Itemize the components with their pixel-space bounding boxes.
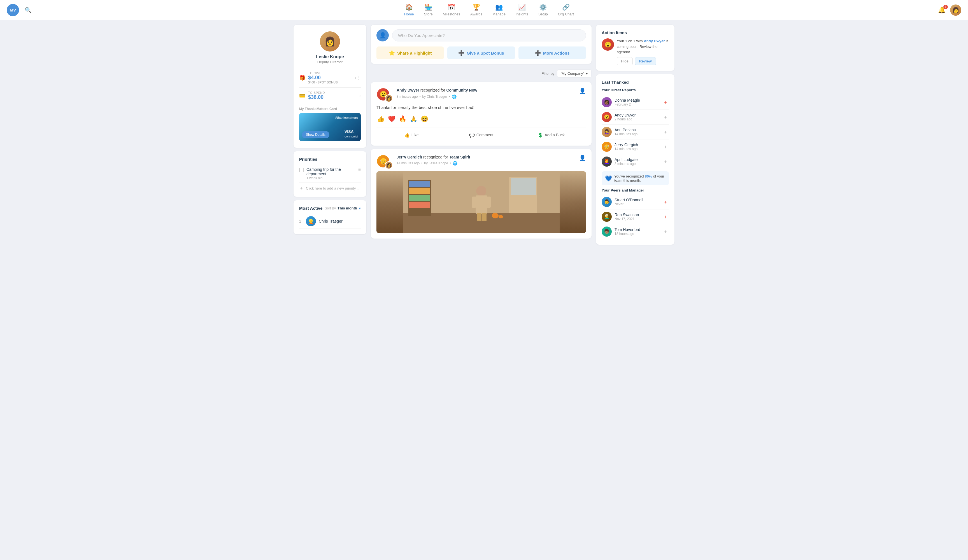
priorities-card: Priorities Camping trip for the departme… — [293, 151, 366, 197]
filter-dropdown[interactable]: 'My Company' ▾ — [557, 70, 592, 78]
search-icon[interactable]: 🔍 — [25, 7, 31, 13]
action-item-row: 😮 Your 1 on 1 with Andy Dwyer is coming … — [602, 38, 669, 65]
appreciate-bar: 👤 Who Do You Appreciate? ⭐ Share a Highl… — [371, 25, 592, 64]
svg-rect-11 — [472, 197, 476, 208]
thank-ann-button[interactable]: ＋ — [662, 129, 669, 135]
reaction-pray[interactable]: 🙏 — [409, 115, 418, 123]
jerry-name: Jerry Gergich — [615, 142, 659, 147]
nav-item-milestones[interactable]: 📅Milestones — [443, 3, 460, 16]
to-give-label: TO GIVE — [308, 71, 355, 75]
nav-item-store[interactable]: 🏪Store — [424, 3, 433, 16]
active-name: Chris Traeger — [319, 219, 343, 224]
most-active-person: 1 👱 Chris Traeger — [299, 214, 361, 229]
sort-value: This month — [338, 206, 357, 210]
priority-checkbox[interactable] — [299, 168, 303, 172]
direct-reports-list: 👩🏾 Donna Meagle February 2 ＋ 😮 Andy Dwye… — [602, 95, 669, 169]
app-logo[interactable]: MV — [7, 4, 19, 16]
thank-jerry-button[interactable]: ＋ — [662, 143, 669, 150]
thank-tom-button[interactable]: ＋ — [662, 228, 669, 235]
thank-ron-button[interactable]: ＋ — [662, 213, 669, 220]
sort-by-control[interactable]: Sort By This month ▾ — [325, 206, 361, 210]
svg-rect-13 — [477, 213, 481, 221]
reaction-fire[interactable]: 🔥 — [398, 115, 407, 123]
setup-nav-label: Setup — [538, 12, 548, 16]
main-layout: 👩 Leslie Knope Deputy Director 🎁 TO GIVE… — [288, 20, 680, 249]
thank-stuart-button[interactable]: ＋ — [662, 199, 669, 205]
action-items-title: Action Items — [602, 30, 669, 35]
stuart-name: Stuart O'Donnell — [615, 198, 659, 202]
ron-avatar: 👨‍🦳 — [602, 212, 612, 222]
drag-handle-icon: ≡ — [358, 167, 361, 172]
ron-name: Ron Swanson — [615, 212, 659, 217]
nav-item-insights[interactable]: 📈Insights — [515, 3, 528, 16]
feed-avatars-1: 😮 👩 — [376, 88, 390, 101]
recognition-icon: 💙 — [605, 175, 612, 182]
show-details-button[interactable]: Show Details — [302, 131, 330, 138]
give-spot-bonus-button[interactable]: ➕ Give a Spot Bonus — [447, 46, 515, 60]
hide-button[interactable]: Hide — [617, 57, 633, 65]
comment-button-1[interactable]: 💬 Comment — [446, 130, 516, 140]
like-button-1[interactable]: 👍 Like — [376, 130, 446, 140]
review-button[interactable]: Review — [635, 57, 656, 65]
appreciate-input[interactable]: Who Do You Appreciate? — [392, 30, 586, 41]
nav-item-manage[interactable]: 👥Manage — [492, 3, 506, 16]
reaction-row-1: 👍 ❤️ 🔥 🙏 😆 — [376, 115, 586, 123]
thank-donna-button[interactable]: ＋ — [662, 99, 669, 106]
to-give-amount: $4.00 — [308, 75, 355, 81]
globe-icon-2: 🌐 — [453, 161, 457, 166]
nav-item-awards[interactable]: 🏆Awards — [470, 3, 482, 16]
nav-right: 🔔 1 👩 — [938, 5, 961, 16]
andy-time: 2 hours ago — [615, 117, 659, 121]
andy-avatar: 😮 — [602, 112, 612, 122]
share-highlight-button[interactable]: ⭐ Share a Highlight — [376, 46, 444, 60]
feed-title-1: Andy Dwyer recognized for Community Now — [396, 88, 579, 93]
post1-action: recognized for — [420, 88, 446, 93]
action-item-text: Your 1 on 1 with Andy Dwyer is coming so… — [617, 38, 669, 55]
appreciate-avatar-icon: 👤 — [376, 29, 389, 41]
buck-button-1[interactable]: 💲 Add a Buck — [516, 130, 586, 140]
nav-item-home[interactable]: 🏠Home — [404, 3, 414, 16]
to-spend-row[interactable]: 💳 TO SPEND $38.00 › — [299, 88, 361, 104]
thanked-person-ron: 👨‍🦳 Ron Swanson Nov 17, 2021 ＋ — [602, 209, 669, 224]
svg-point-16 — [499, 215, 503, 219]
follow-icon-1[interactable]: 👤 — [579, 88, 586, 94]
tom-info: Tom Haverford 18 hours ago — [615, 227, 659, 236]
post1-badge: Community Now — [446, 88, 477, 93]
jerry-info: Jerry Gergich 14 minutes ago — [615, 142, 659, 151]
stuart-avatar: 👨 — [602, 197, 612, 207]
more-actions-button[interactable]: ➕ More Actions — [519, 46, 586, 60]
org-chart-nav-label: Org Chart — [558, 12, 574, 16]
thank-andy-button[interactable]: ＋ — [662, 114, 669, 120]
reaction-laugh[interactable]: 😆 — [420, 115, 429, 123]
reaction-thumbs-up[interactable]: 👍 — [376, 115, 385, 123]
post2-badge: Team Spirit — [449, 155, 470, 159]
donna-name: Donna Meagle — [615, 98, 659, 103]
thanks-hashtag: #thanksmatters — [335, 116, 358, 119]
add-priority[interactable]: ＋ Click here to add a new priority... — [299, 182, 361, 191]
profile-title: Deputy Director — [317, 60, 343, 64]
nav-item-org-chart[interactable]: 🔗Org Chart — [558, 3, 574, 16]
to-give-row[interactable]: 🎁 TO GIVE $4.00 $400 · SPOT BONUS › ⋮ — [299, 68, 361, 88]
to-give-menu[interactable]: ⋮ — [356, 75, 361, 80]
reaction-heart[interactable]: ❤️ — [387, 115, 396, 123]
action-items-card: Action Items 😮 Your 1 on 1 with Andy Dwy… — [596, 25, 675, 71]
feed-header-1: 😮 👩 Andy Dwyer recognized for Community … — [376, 88, 586, 101]
recognized-notice: 💙 You've recognized 80% of your team thi… — [602, 171, 669, 186]
to-spend-label: TO SPEND — [308, 91, 360, 94]
priorities-title: Priorities — [299, 157, 361, 162]
thanked-person-jerry: 👴 Jerry Gergich 14 minutes ago ＋ — [602, 139, 669, 154]
action-item-link[interactable]: Andy Dwyer — [644, 39, 665, 43]
follow-icon-2[interactable]: 👤 — [579, 154, 586, 161]
notifications-bell[interactable]: 🔔 1 — [938, 7, 946, 14]
jerry-avatar: 👴 — [602, 142, 612, 152]
tom-time: 18 hours ago — [615, 232, 659, 236]
add-icon: ＋ — [299, 186, 303, 191]
user-avatar-nav[interactable]: 👩 — [950, 5, 961, 16]
post1-by: by Chris Traeger — [423, 94, 447, 99]
priority-item: Camping trip for the department 1 week o… — [299, 165, 361, 182]
globe-icon-1: 🌐 — [452, 94, 457, 99]
thank-april-button[interactable]: ＋ — [662, 158, 669, 165]
donna-info: Donna Meagle February 2 — [615, 98, 659, 106]
post1-sub-avatar: 👩 — [385, 94, 393, 102]
nav-item-setup[interactable]: ⚙️Setup — [538, 3, 548, 16]
